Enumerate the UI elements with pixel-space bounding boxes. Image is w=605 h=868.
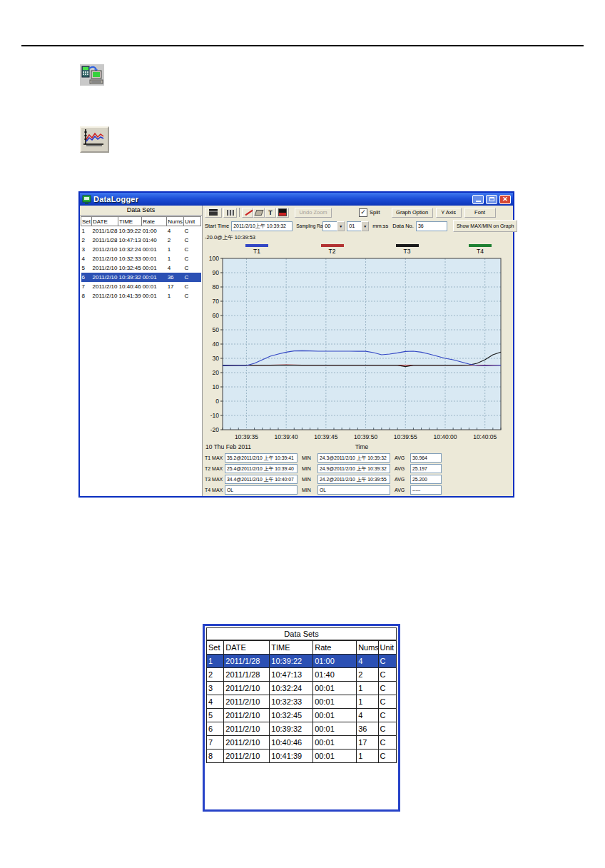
max-field[interactable]: 35.2@2011/2/10 上午 10:39:41 xyxy=(225,453,298,463)
data-set-row[interactable]: 62011/2/1010:39:3200:0136C xyxy=(81,273,201,282)
color-tool-button[interactable] xyxy=(276,208,289,218)
start-time-field[interactable]: 2011/2/10上午 10:39:32 xyxy=(231,221,293,231)
svg-text:10:39:45: 10:39:45 xyxy=(314,433,337,440)
data-set-row[interactable]: 72011/2/1010:40:4600:0117C xyxy=(81,282,201,291)
legend-item: T3 xyxy=(396,244,419,255)
data-no-field[interactable]: 36 xyxy=(416,221,447,231)
chevron-down-icon[interactable]: ▼ xyxy=(337,221,345,231)
data-set-row[interactable]: 32011/2/1010:32:2400:011C xyxy=(81,245,201,254)
legend-swatch xyxy=(321,244,344,247)
cell: 01:40 xyxy=(142,236,167,245)
minimize-button[interactable] xyxy=(472,195,484,204)
text-tool-button[interactable]: T xyxy=(265,208,276,218)
cell: C xyxy=(378,682,396,695)
max-field[interactable]: 25.4@2011/2/10 上午 10:39:40 xyxy=(225,464,298,473)
temperature-chart[interactable]: -20-10010203040506070809010010:39:3510:3… xyxy=(204,256,512,454)
data-set-row[interactable]: 12011/1/2810:39:2201:004C xyxy=(81,226,201,236)
data-set-row: 42011/2/1010:32:3300:011C xyxy=(207,695,397,709)
min-label: MIN xyxy=(302,455,317,460)
split-label: Split xyxy=(370,209,380,216)
data-sets-table[interactable]: SetDATETIMERateNumsUnit12011/1/2810:39:2… xyxy=(81,216,201,301)
cell: 00:01 xyxy=(142,291,167,301)
legend-swatch xyxy=(396,244,419,247)
cell: 4 xyxy=(357,655,378,668)
cell: 5 xyxy=(81,263,92,273)
list-view-icon[interactable] xyxy=(205,208,222,218)
graph-panel: T Undo Zoom ✓ Split Graph Option Y Axis … xyxy=(203,206,513,496)
y-axis-button[interactable]: Y Axis xyxy=(436,208,462,218)
data-set-row: 52011/2/1010:32:4500:014C xyxy=(207,709,397,722)
maximize-button[interactable] xyxy=(486,195,497,204)
rate-seconds-value: 01 xyxy=(347,221,361,231)
stats-panel: T1 MAX35.2@2011/2/10 上午 10:39:41MIN24.3@… xyxy=(205,453,512,496)
column-header: Rate xyxy=(142,217,167,226)
svg-text:10:39:35: 10:39:35 xyxy=(235,433,258,440)
cell: 36 xyxy=(167,273,184,282)
min-field[interactable]: OL xyxy=(317,485,390,495)
data-set-row: 12011/1/2810:39:2201:004C xyxy=(207,655,397,668)
data-set-row: 82011/2/1010:41:3900:011C xyxy=(207,750,397,763)
cell: 2011/2/10 xyxy=(224,750,270,763)
legend-label: T4 xyxy=(469,248,492,255)
undo-zoom-button[interactable]: Undo Zoom xyxy=(295,208,332,218)
data-set-row[interactable]: 22011/1/2810:47:1301:402C xyxy=(81,236,201,245)
avg-field[interactable]: 25.197 xyxy=(410,464,442,473)
cell: 10:41:39 xyxy=(270,750,313,763)
avg-label: AVG xyxy=(395,477,410,482)
header-rule xyxy=(21,45,584,46)
column-header: Nums xyxy=(357,641,378,655)
avg-field[interactable]: 25.200 xyxy=(410,475,442,484)
cell: 2011/2/10 xyxy=(224,709,270,722)
data-no-label: Data No. xyxy=(392,223,414,229)
chevron-down-icon[interactable]: ▼ xyxy=(361,221,369,231)
cell: 10:40:46 xyxy=(270,736,313,750)
cell: C xyxy=(184,273,201,282)
split-checkbox[interactable]: ✓ xyxy=(359,208,367,217)
cell: 2011/1/28 xyxy=(224,655,270,668)
data-set-row: 32011/2/1010:32:2400:011C xyxy=(207,682,397,695)
cell: C xyxy=(378,750,396,763)
cell: C xyxy=(378,668,396,682)
max-field[interactable]: 34.4@2011/2/10 上午 10:40:07 xyxy=(225,475,298,484)
max-field[interactable]: OL xyxy=(225,485,298,495)
window-title: DataLogger xyxy=(93,195,470,203)
rate-minutes-select[interactable]: 00 ▼ xyxy=(322,221,345,231)
data-set-row[interactable]: 52011/2/1010:32:4500:014C xyxy=(81,263,201,273)
cell: 5 xyxy=(207,709,224,722)
cell: 2011/1/28 xyxy=(92,226,118,236)
close-button[interactable]: ✕ xyxy=(499,195,511,204)
titlebar[interactable]: DataLogger ✕ xyxy=(80,193,513,206)
svg-text:100: 100 xyxy=(209,256,219,262)
font-button[interactable]: Font xyxy=(464,208,496,218)
data-sets-zoom-figure: Data Sets SetDATETIMERateNumsUnit12011/1… xyxy=(203,624,400,812)
cell: 10:32:33 xyxy=(118,254,142,263)
data-set-row[interactable]: 42011/2/1010:32:3300:011C xyxy=(81,254,201,263)
rate-seconds-select[interactable]: 01 ▼ xyxy=(347,221,369,231)
min-field[interactable]: 24.2@2011/2/10 上午 10:39:55 xyxy=(317,475,390,484)
data-set-row[interactable]: 82011/2/1010:41:3900:011C xyxy=(81,291,201,301)
cell: 10:39:22 xyxy=(270,655,313,668)
grid-view-icon[interactable] xyxy=(223,208,237,218)
cell: 2011/2/10 xyxy=(224,722,270,736)
svg-text:60: 60 xyxy=(213,312,220,319)
min-field[interactable]: 24.3@2011/2/10 上午 10:39:32 xyxy=(317,453,390,463)
data-sets-panel-title: Data Sets xyxy=(80,206,202,216)
avg-field[interactable]: 30.964 xyxy=(410,453,442,463)
cell: 1 xyxy=(207,655,224,668)
cell: 1 xyxy=(357,682,378,695)
cell: 2 xyxy=(357,668,378,682)
pen-tool-button[interactable] xyxy=(242,208,253,218)
avg-field[interactable]: ----- xyxy=(410,485,442,495)
cell: 00:01 xyxy=(142,245,167,254)
graph-option-button[interactable]: Graph Option xyxy=(392,208,433,218)
cell: 2011/2/10 xyxy=(92,291,118,301)
svg-text:80: 80 xyxy=(213,283,220,291)
eraser-tool-button[interactable] xyxy=(253,208,265,218)
cell: C xyxy=(184,236,201,245)
min-field[interactable]: 24.9@2011/2/10 上午 10:39:32 xyxy=(317,464,390,473)
cell: C xyxy=(184,282,201,291)
data-set-row: 62011/2/1010:39:3200:0136C xyxy=(207,722,397,736)
svg-text:10:39:55: 10:39:55 xyxy=(394,433,417,440)
cell: 00:01 xyxy=(313,682,357,695)
show-maxmin-button[interactable]: Show MAX/MIN on Graph xyxy=(453,220,518,232)
